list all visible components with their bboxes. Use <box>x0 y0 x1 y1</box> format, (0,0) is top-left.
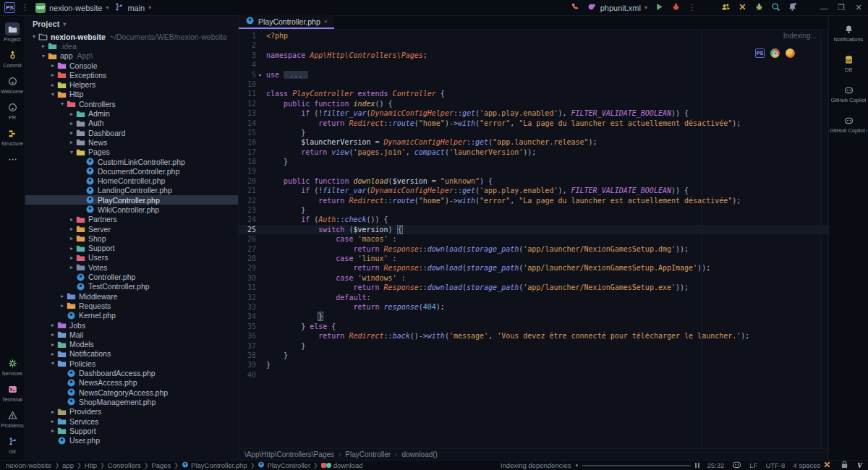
expand-arrow-icon[interactable]: ▸ <box>67 111 76 117</box>
expand-arrow-icon[interactable]: ▸ <box>67 264 76 270</box>
tree-item-landingcontroller-php[interactable]: LandingController.php <box>25 186 238 195</box>
tree-item-shop[interactable]: ▸Shop <box>25 234 238 243</box>
encoding[interactable]: UTF-8 <box>765 461 785 469</box>
tree-item-testcontroller-php[interactable]: TestController.php <box>25 282 238 291</box>
code-line-33[interactable]: 33 return response(404); <box>239 302 828 312</box>
code-line-21[interactable]: 21 if (!filter_var(DynamicConfigHelper::… <box>239 186 828 195</box>
code-line-39[interactable]: 39} <box>239 360 828 369</box>
code-line-29[interactable]: 29 return Response::download(storage_pat… <box>239 263 828 273</box>
status-crumb-http[interactable]: Http <box>85 461 97 469</box>
plugin-icon[interactable] <box>754 2 764 13</box>
code-line-34[interactable]: 34 } <box>239 312 828 321</box>
code-line-30[interactable]: 30 case 'windows' : <box>239 273 828 283</box>
code-line-40[interactable]: 40 <box>239 370 828 380</box>
code-line-10[interactable]: 10 <box>239 80 828 89</box>
tool-window-button-structure[interactable]: Structure <box>0 124 25 149</box>
close-icon[interactable]: × <box>324 18 328 25</box>
code-line-26[interactable]: 26 case 'macos' : <box>239 234 828 244</box>
tree-item-jobs[interactable]: ▸Jobs <box>25 320 238 330</box>
code-line-27[interactable]: 27 return Response::download(storage_pat… <box>239 244 828 254</box>
fold-arrow-icon[interactable]: ▸ <box>256 70 265 80</box>
expand-arrow-icon[interactable]: ▸ <box>67 216 76 223</box>
code-line-20[interactable]: 20 public function download($version = "… <box>239 176 828 186</box>
close-button[interactable]: ✕ <box>854 3 864 12</box>
expand-arrow-icon[interactable]: ▸ <box>58 302 67 309</box>
restore-button[interactable]: ❐ <box>836 3 846 12</box>
notifications-icon[interactable] <box>788 2 797 13</box>
code-line-38[interactable]: 38 } <box>239 351 828 360</box>
code-line-37[interactable]: 37 } <box>239 341 828 351</box>
tree-item-shopmanagement-php[interactable]: ShopManagement.php <box>25 397 238 406</box>
tree-item-services[interactable]: ▸Services <box>25 416 238 426</box>
indent-config[interactable]: 4 spaces <box>793 460 832 470</box>
tree-item-documentcontroller-php[interactable]: DocumentController.php <box>25 166 238 176</box>
collapse-arrow-icon[interactable]: ▾ <box>48 91 57 98</box>
code-line-22[interactable]: 22 return Redirect::route("home")->with(… <box>239 196 828 205</box>
tree-item-providers[interactable]: ▸Providers <box>25 407 238 416</box>
code-line-17[interactable]: 17 return view('pages.join', compact('la… <box>239 148 828 157</box>
tree-item-app[interactable]: ▾appApp\ <box>25 51 238 61</box>
tool-window-button-git[interactable]: Git <box>0 432 25 457</box>
tree-item-controller-php[interactable]: Controller.php <box>25 272 238 281</box>
scrollbar-track[interactable] <box>820 30 821 448</box>
code-line-2[interactable]: 2 <box>239 40 828 50</box>
vim-plugin-icon[interactable]: V <box>857 461 862 469</box>
expand-arrow-icon[interactable]: ▸ <box>48 427 57 434</box>
code-line-13[interactable]: 13 if (!filter_var(DynamicConfigHelper::… <box>239 108 828 118</box>
expand-arrow-icon[interactable]: ▸ <box>48 409 57 415</box>
breadcrumb-playcontroller[interactable]: PlayController <box>345 450 391 458</box>
call-icon[interactable] <box>571 2 580 13</box>
tool-window-button-notifications[interactable]: Notifications <box>829 20 868 45</box>
tree-item-idea[interactable]: ▸.idea <box>25 41 238 51</box>
collapse-arrow-icon[interactable]: ▾ <box>30 33 38 40</box>
tree-item-admin[interactable]: ▸Admin <box>25 108 238 118</box>
tool-window-button-db[interactable]: DB <box>829 51 868 75</box>
tree-item-news[interactable]: ▸News <box>25 137 238 147</box>
code-line-4[interactable]: 4 <box>239 60 828 69</box>
branch-selector[interactable]: main ▾ <box>114 2 151 13</box>
tree-item-console[interactable]: ▸Console <box>25 61 238 70</box>
code-line-25[interactable]: 25 switch ($version) { <box>239 225 828 234</box>
code-area[interactable]: Indexing... PS 1<?php23namespace App\Htt… <box>239 30 828 448</box>
collapse-arrow-icon[interactable]: ▾ <box>39 53 48 59</box>
tree-item-dashboard[interactable]: ▸Dashboard <box>25 128 238 137</box>
code-with-me-icon[interactable] <box>721 2 731 13</box>
line-ending[interactable]: LF <box>749 461 757 469</box>
code-line-35[interactable]: 35 } else { <box>239 322 828 331</box>
tree-item-http[interactable]: ▾Http <box>25 90 238 99</box>
firefox-icon[interactable] <box>786 48 795 58</box>
tree-item-homecontroller-php[interactable]: HomeController.php <box>25 176 238 185</box>
tool-window-button-project[interactable]: Project <box>0 20 25 45</box>
main-menu-button[interactable]: ⋮ <box>21 3 30 12</box>
tree-item-support[interactable]: ▸Support <box>25 426 238 435</box>
code-line-12[interactable]: 12 public function index() { <box>239 99 828 108</box>
tree-item-server[interactable]: ▸Server <box>25 224 238 234</box>
tool-window-button-welcome-tc[interactable]: Welcome tc <box>0 72 25 97</box>
tool-window-button-services[interactable]: Services <box>0 354 25 379</box>
tree-item-mail[interactable]: ▸Mail <box>25 330 238 339</box>
tree-item-policies[interactable]: ▾Policies <box>25 359 238 368</box>
code-line-14[interactable]: 14 return Redirect::route("home")->with(… <box>239 119 828 128</box>
status-widget-icon[interactable] <box>732 460 741 470</box>
collapse-arrow-icon[interactable]: ▾ <box>67 149 76 155</box>
chrome-icon[interactable] <box>770 48 780 58</box>
expand-arrow-icon[interactable]: ▸ <box>48 418 57 424</box>
caret-position[interactable]: 25:32 <box>707 461 725 469</box>
tree-item-newscategoryaccess-php[interactable]: NewsCategoryAccess.php <box>25 388 238 397</box>
expand-arrow-icon[interactable]: ▸ <box>67 129 76 136</box>
status-crumb-app[interactable]: app <box>62 461 74 469</box>
tool-window-button-commit[interactable]: Commit <box>0 46 25 71</box>
expand-arrow-icon[interactable]: ▸ <box>48 351 57 357</box>
expand-arrow-icon[interactable]: ▸ <box>58 293 67 299</box>
expand-arrow-icon[interactable]: ▸ <box>67 139 76 145</box>
expand-arrow-icon[interactable]: ▸ <box>48 322 57 328</box>
tree-item-models[interactable]: ▸Models <box>25 340 238 349</box>
tool-window-button-dots[interactable] <box>0 150 25 168</box>
breadcrumb-download[interactable]: download() <box>401 450 437 458</box>
expand-arrow-icon[interactable]: ▸ <box>67 235 76 242</box>
collapse-arrow-icon[interactable]: ▾ <box>48 360 57 367</box>
chevron-down-icon[interactable]: ▾ <box>63 21 66 27</box>
expand-arrow-icon[interactable]: ▸ <box>39 43 48 49</box>
expand-arrow-icon[interactable]: ▸ <box>48 62 57 69</box>
tree-item-newsaccess-php[interactable]: NewsAccess.php <box>25 378 238 388</box>
